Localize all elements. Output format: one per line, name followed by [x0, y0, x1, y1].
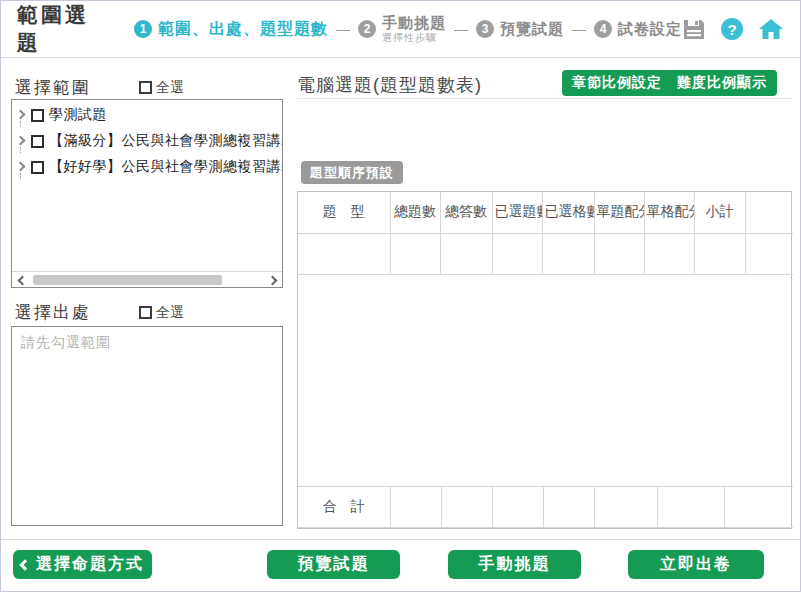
horizontal-scrollbar[interactable] [12, 271, 282, 287]
totals-cell [390, 487, 441, 528]
col-total-answers: 總答數 [440, 192, 492, 233]
range-panel-header: 選擇範圍 全選 [15, 76, 279, 99]
home-icon[interactable] [758, 17, 784, 41]
step-4-number: 4 [594, 20, 612, 38]
cell [492, 233, 542, 274]
scroll-right-icon[interactable] [267, 274, 279, 286]
generate-paper-label: 立即出卷 [660, 554, 732, 575]
scrollbar-track[interactable] [29, 275, 265, 285]
totals-table: 合 計 [298, 486, 793, 528]
source-select-all-label: 全選 [156, 304, 184, 322]
totals-cell [724, 487, 793, 528]
tree-item-label: 【滿級分】公民與社會學測總複習講義 夏 [49, 132, 282, 150]
tree-item-checkbox[interactable] [31, 161, 44, 174]
tree-item[interactable]: 【好好學】公民與社會學測總複習講義 夏 [14, 154, 282, 180]
tree-item-checkbox[interactable] [31, 109, 44, 122]
computer-select-title: 電腦選題(題型題數表) [297, 73, 482, 97]
col-question-type: 題 型 [298, 192, 390, 233]
preview-questions-button[interactable]: 預覽試題 [267, 550, 400, 579]
source-select-all-checkbox[interactable] [139, 306, 152, 319]
tree-item[interactable]: 【滿級分】公民與社會學測總複習講義 夏 [14, 128, 282, 154]
cell [594, 233, 644, 274]
range-select-all-checkbox[interactable] [139, 81, 152, 94]
step-2-number: 2 [358, 20, 376, 38]
step-4-settings[interactable]: 4 試卷設定 [594, 20, 682, 39]
cell [694, 233, 745, 274]
generate-paper-button[interactable]: 立即出卷 [628, 550, 764, 579]
col-selected-questions: 已選題數 [492, 192, 542, 233]
title-divider [297, 98, 792, 99]
step-1-label: 範圍、出處、題型題數 [158, 19, 328, 40]
bottom-action-bar: 選擇命題方式 預覽試題 手動挑題 立即出卷 [1, 539, 800, 591]
col-selected-blanks: 已選格數 [542, 192, 594, 233]
tree-item-checkbox[interactable] [31, 135, 44, 148]
help-glyph: ? [727, 21, 736, 38]
wizard-stepper: 1 範圍、出處、題型題數 — 2 手動挑題 選擇性步驟 — 3 預覽試題 — 4… [134, 15, 682, 43]
top-bar: 範圍選題 1 範圍、出處、題型題數 — 2 手動挑題 選擇性步驟 — 3 預覽試… [1, 1, 800, 58]
step-3-number: 3 [476, 20, 494, 38]
col-extra [745, 192, 793, 233]
cell [390, 233, 440, 274]
expand-chevron-icon[interactable] [14, 108, 28, 122]
step-2-manual[interactable]: 2 手動挑題 選擇性步驟 [358, 15, 446, 43]
source-panel-header: 選擇出處 全選 [15, 301, 279, 324]
step-3-label: 預覽試題 [500, 20, 564, 39]
page-title: 範圍選題 [17, 1, 108, 57]
col-points-per-question: 單題配分 [594, 192, 644, 233]
back-to-method-button[interactable]: 選擇命題方式 [13, 550, 152, 579]
range-panel-title: 選擇範圍 [15, 76, 91, 99]
table-row [298, 233, 793, 274]
back-to-method-label: 選擇命題方式 [36, 554, 144, 575]
totals-label: 合 計 [298, 487, 390, 528]
step-2-label: 手動挑題 [382, 15, 446, 32]
question-order-preset-button[interactable]: 題型順序預設 [301, 161, 403, 184]
source-list-box: 請先勾選範圍 [11, 326, 283, 526]
tree-item[interactable]: 學測試題 [14, 102, 282, 128]
chevron-left-icon [19, 559, 30, 570]
totals-row: 合 計 [298, 487, 793, 528]
col-total-questions: 總題數 [390, 192, 440, 233]
totals-cell [657, 487, 724, 528]
cell [644, 233, 694, 274]
tree-item-label: 學測試題 [49, 106, 107, 124]
question-type-table: 題 型 總題數 總答數 已選題數 已選格數 單題配分 單格配分 小計 [298, 192, 793, 275]
range-select-all-label: 全選 [156, 79, 184, 97]
step-2-sublabel: 選擇性步驟 [382, 32, 446, 43]
totals-cell [594, 487, 657, 528]
expand-chevron-icon[interactable] [14, 160, 28, 174]
step-4-label: 試卷設定 [618, 20, 682, 39]
table-header-row: 題 型 總題數 總答數 已選題數 已選格數 單題配分 單格配分 小計 [298, 192, 793, 233]
cell [542, 233, 594, 274]
step-separator: — [454, 21, 468, 37]
step-separator: — [572, 21, 586, 37]
source-select-all[interactable]: 全選 [139, 304, 184, 322]
source-placeholder-text: 請先勾選範圍 [21, 334, 273, 352]
difficulty-ratio-button[interactable]: 難度比例顯示 [667, 70, 777, 96]
cell [298, 233, 390, 274]
step-1-range[interactable]: 1 範圍、出處、題型題數 [134, 19, 328, 40]
help-icon[interactable]: ? [721, 18, 743, 40]
source-panel-title: 選擇出處 [15, 301, 91, 324]
expand-chevron-icon[interactable] [14, 134, 28, 148]
preview-questions-label: 預覽試題 [298, 554, 370, 575]
chapter-ratio-button[interactable]: 章節比例設定 [562, 70, 672, 96]
step-separator: — [336, 21, 350, 37]
totals-cell [492, 487, 543, 528]
manual-pick-button[interactable]: 手動挑題 [448, 550, 581, 579]
range-tree: 學測試題 【滿級分】公民與社會學測總複習講義 夏 【好好學】公民與社會學測總複習… [12, 100, 282, 180]
manual-pick-label: 手動挑題 [479, 554, 551, 575]
question-type-table-container: 題 型 總題數 總答數 已選題數 已選格數 單題配分 單格配分 小計 [297, 191, 792, 529]
save-icon[interactable] [682, 18, 706, 41]
range-select-all[interactable]: 全選 [139, 79, 184, 97]
totals-cell [543, 487, 594, 528]
col-subtotal: 小計 [694, 192, 745, 233]
range-tree-box: 學測試題 【滿級分】公民與社會學測總複習講義 夏 【好好學】公民與社會學測總複習… [11, 99, 283, 288]
scroll-left-icon[interactable] [15, 274, 27, 286]
cell [440, 233, 492, 274]
col-points-per-blank: 單格配分 [644, 192, 694, 233]
step-3-preview[interactable]: 3 預覽試題 [476, 20, 564, 39]
totals-cell [441, 487, 492, 528]
step-1-number: 1 [134, 20, 152, 38]
scrollbar-thumb[interactable] [33, 275, 222, 285]
cell [745, 233, 793, 274]
